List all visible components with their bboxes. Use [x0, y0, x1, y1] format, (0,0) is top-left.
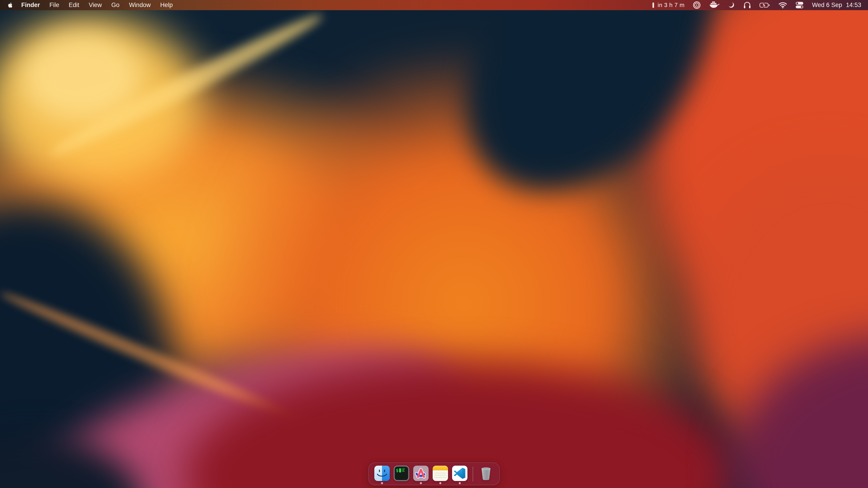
menu-window[interactable]: Window [124, 0, 156, 10]
dock: $ [368, 462, 500, 485]
menu-app-name[interactable]: Finder [17, 0, 45, 10]
wallpaper [0, 0, 868, 488]
apple-logo-icon [7, 2, 13, 8]
wifi-icon[interactable] [778, 0, 787, 10]
apple-menu[interactable] [6, 0, 17, 10]
menu-help[interactable]: Help [156, 0, 178, 10]
menu-go[interactable]: Go [107, 0, 124, 10]
running-dot [439, 482, 441, 484]
headphones-icon[interactable] [743, 0, 751, 10]
docker-icon[interactable] [709, 0, 719, 10]
notes-icon [433, 466, 448, 481]
svg-text:$: $ [396, 468, 399, 473]
menu-file[interactable]: File [45, 0, 64, 10]
dock-item-vscode[interactable] [452, 463, 467, 485]
menu-view[interactable]: View [84, 0, 107, 10]
running-dot [459, 482, 461, 484]
status-timer[interactable]: in 3 h 7 m [652, 0, 684, 10]
terminal-icon: $ [394, 466, 409, 481]
menu-bar-clock[interactable]: Wed 6 Sep 14:53 [812, 0, 861, 10]
dock-item-terminal[interactable]: $ [394, 463, 409, 485]
trash-icon [479, 466, 493, 481]
dock-item-notes[interactable] [433, 463, 448, 485]
clock-date: Wed 6 Sep [812, 2, 842, 8]
menu-bar: Finder File Edit View Go Window Help in … [0, 0, 868, 10]
menu-edit[interactable]: Edit [64, 0, 84, 10]
dock-separator [473, 466, 473, 482]
clock-time: 14:53 [846, 2, 861, 8]
running-dot [420, 482, 422, 484]
running-dot [381, 482, 383, 484]
finder-icon [374, 466, 390, 481]
one-password-icon[interactable] [693, 0, 701, 10]
vscode-icon [452, 466, 467, 481]
timer-label: in 3 h 7 m [657, 2, 684, 8]
arc-browser-icon [413, 466, 429, 481]
control-center-icon[interactable] [796, 0, 804, 10]
menu-bar-left: Finder File Edit View Go Window Help [0, 0, 178, 10]
desktop: Finder File Edit View Go Window Help in … [0, 0, 868, 488]
menu-bar-status: in 3 h 7 m [652, 0, 868, 10]
dock-item-arc[interactable] [413, 463, 429, 485]
battery-charging-icon[interactable] [760, 0, 770, 10]
focus-moon-icon[interactable] [728, 0, 735, 10]
dock-item-finder[interactable] [374, 463, 390, 485]
dock-item-trash[interactable] [478, 463, 494, 485]
timer-pill-icon [652, 1, 655, 9]
